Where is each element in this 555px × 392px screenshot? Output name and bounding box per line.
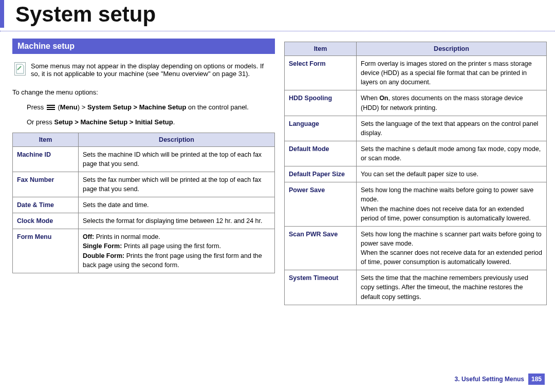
item-cell: System Timeout <box>285 270 357 305</box>
or-press-suffix: . <box>173 118 175 126</box>
menu-label-bold: Menu <box>60 103 78 111</box>
desc-cell: Sets the machine s default mode among fa… <box>357 141 547 166</box>
menu-icon <box>47 104 55 111</box>
svg-rect-0 <box>47 105 55 106</box>
sp-p2: When the scanner does not receive data f… <box>361 248 542 267</box>
table-row: Language Sets the language of the text t… <box>285 116 547 141</box>
th-desc: Description <box>357 42 547 56</box>
left-table: Item Description Machine ID Sets the mac… <box>12 133 275 273</box>
or-press-bold: Setup > Machine Setup > Initial Setup <box>54 118 173 126</box>
table-row: Date & Time Sets the date and time. <box>13 197 275 213</box>
desc-cell: Sets how long the machine s scanner part… <box>357 226 547 270</box>
item-cell: Select Form <box>285 56 357 90</box>
desc-cell: Sets the time that the machine remembers… <box>357 270 547 305</box>
hdd-prefix: When <box>361 95 379 102</box>
th-item: Item <box>285 42 357 56</box>
desc-cell: Form overlay is images stored on the pri… <box>357 56 547 90</box>
intro-line: To change the menu options: <box>12 88 275 98</box>
table-row: HDD Spooling When On, stores documents o… <box>285 90 547 116</box>
left-column: Machine setup Some menus may not appear … <box>12 39 275 305</box>
item-cell: Machine ID <box>13 146 79 172</box>
desc-cell: Sets the language of the text that appea… <box>357 116 547 141</box>
two-column-layout: Machine setup Some menus may not appear … <box>0 39 555 305</box>
gt1: ) > <box>78 103 87 111</box>
table-row: System Timeout Sets the time that the ma… <box>285 270 547 305</box>
note-icon <box>14 62 26 76</box>
note-text: Some menus may not appear in the display… <box>31 62 273 78</box>
desc-cell: You can set the default paper size to us… <box>357 166 547 182</box>
press-prefix: Press <box>27 103 46 111</box>
table-row: Default Paper Size You can set the defau… <box>285 166 547 182</box>
footer-chapter: 3. Useful Setting Menus <box>455 376 524 383</box>
ps-p2: When the machine does not receive data f… <box>361 204 542 223</box>
item-cell: Clock Mode <box>13 213 79 229</box>
item-cell: Default Mode <box>285 141 357 166</box>
item-cell: Language <box>285 116 357 141</box>
or-press-prefix: Or press <box>27 118 54 126</box>
item-cell: Date & Time <box>13 197 79 213</box>
table-row: Select Form Form overlay is images store… <box>285 56 547 90</box>
table-row: Fax Number Sets the fax number which wil… <box>13 172 275 197</box>
item-cell: Form Menu <box>13 229 79 273</box>
page-number-badge: 185 <box>528 374 545 385</box>
divider <box>0 31 555 31</box>
desc-cell: Sets the date and time. <box>79 197 275 213</box>
table-row: Power Save Sets how long the machine wai… <box>285 182 547 227</box>
desc-cell: Sets the machine ID which will be printe… <box>79 146 275 172</box>
single-text: Prints all page using the first form. <box>122 242 220 250</box>
svg-rect-1 <box>47 107 55 108</box>
item-cell: Fax Number <box>13 172 79 197</box>
item-cell: Scan PWR Save <box>285 226 357 270</box>
note-box: Some menus may not appear in the display… <box>14 62 273 78</box>
single-label: Single Form: <box>83 242 122 250</box>
or-press-instruction: Or press Setup > Machine Setup > Initial… <box>12 118 275 127</box>
th-desc: Description <box>79 133 275 146</box>
sp-p1: Sets how long the machine s scanner part… <box>361 230 542 248</box>
page-title: System setup <box>0 0 555 28</box>
table-row: Clock Mode Selects the format for displa… <box>13 213 275 229</box>
double-label: Double Form: <box>83 252 124 259</box>
desc-cell: When On, stores documents on the mass st… <box>357 90 547 116</box>
item-cell: Default Paper Size <box>285 166 357 182</box>
th-item: Item <box>13 133 79 146</box>
right-column: Item Description Select Form Form overla… <box>284 39 547 305</box>
table-row: Form Menu Off: Prints in normal mode. Si… <box>13 229 275 273</box>
path-bold: System Setup > Machine Setup <box>87 103 187 111</box>
press-suffix: on the control panel. <box>186 103 248 111</box>
svg-rect-2 <box>47 109 55 110</box>
table-row: Scan PWR Save Sets how long the machine … <box>285 226 547 270</box>
page-footer: 3. Useful Setting Menus 185 <box>455 374 545 385</box>
section-heading: Machine setup <box>12 39 275 54</box>
right-table: Item Description Select Form Form overla… <box>284 42 547 305</box>
desc-cell: Selects the format for displaying time b… <box>79 213 275 229</box>
table-row: Machine ID Sets the machine ID which wil… <box>13 146 275 172</box>
hdd-on: On <box>379 95 388 102</box>
press-instruction: Press (Menu) > System Setup > Machine Se… <box>12 103 275 113</box>
ps-p1: Sets how long the machine waits before g… <box>361 185 542 204</box>
item-cell: HDD Spooling <box>285 90 357 116</box>
item-cell: Power Save <box>285 182 357 227</box>
table-row: Default Mode Sets the machine s default … <box>285 141 547 166</box>
off-text: Prints in normal mode. <box>94 233 160 240</box>
desc-cell: Off: Prints in normal mode. Single Form:… <box>79 229 275 273</box>
desc-cell: Sets the fax number which will be printe… <box>79 172 275 197</box>
off-label: Off: <box>83 233 94 240</box>
desc-cell: Sets how long the machine waits before g… <box>357 182 547 227</box>
